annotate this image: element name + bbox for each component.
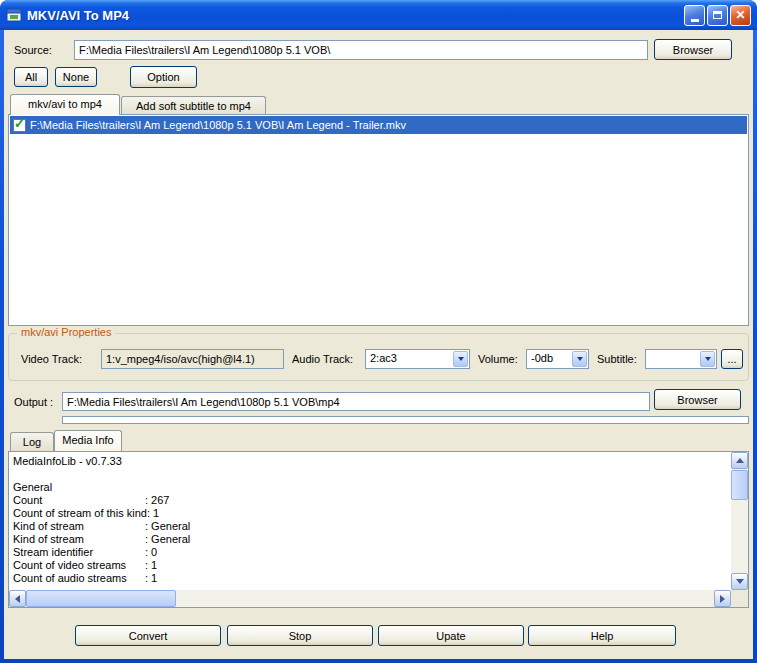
check-icon: ✓ [14, 117, 25, 130]
media-info-line [13, 468, 728, 481]
window-title: MKV/AVI To MP4 [27, 8, 682, 23]
media-info-line: Count of audio streams: 1 [13, 572, 728, 585]
chevron-down-icon [458, 357, 464, 361]
window-controls: ✕ [682, 5, 751, 26]
arrow-down-icon [736, 579, 744, 584]
minimize-button[interactable] [684, 5, 705, 26]
progress-bar [62, 416, 749, 424]
output-input[interactable] [62, 392, 650, 411]
minimize-icon [691, 19, 699, 22]
maximize-icon [713, 11, 722, 19]
output-browse-button[interactable]: Browser [654, 389, 741, 410]
scroll-up-button[interactable] [731, 452, 748, 469]
source-label: Source: [14, 44, 52, 56]
properties-group: mkv/avi Properties Video Track: Audio Tr… [8, 333, 749, 381]
option-button[interactable]: Option [130, 66, 197, 88]
subtitle-dropdown-button[interactable] [700, 351, 715, 367]
media-info-textbox[interactable]: MediaInfoLib - v0.7.33 General Count: 26… [8, 451, 749, 608]
file-list-item[interactable]: ✓ F:\Media Files\trailers\I Am Legend\10… [10, 116, 747, 134]
app-window: MKV/AVI To MP4 ✕ Source: Browser All Non… [0, 0, 757, 663]
scroll-right-button[interactable] [714, 590, 731, 607]
volume-label: Volume: [478, 353, 518, 365]
tab-add-soft-subtitle[interactable]: Add soft subtitle to mp4 [121, 96, 266, 115]
select-none-button[interactable]: None [55, 67, 97, 87]
scroll-down-button[interactable] [731, 573, 748, 590]
media-info-line: Count of stream of this kind: 1 [13, 507, 728, 520]
convert-button[interactable]: Convert [75, 625, 221, 646]
audio-track-label: Audio Track: [292, 353, 353, 365]
scroll-left-button[interactable] [9, 590, 26, 607]
media-info-line: Kind of stream: General [13, 520, 728, 533]
subtitle-select[interactable] [645, 349, 717, 369]
media-info-line: Count of video streams: 1 [13, 559, 728, 572]
close-button[interactable]: ✕ [730, 5, 751, 26]
media-info-line: Stream identifier: 0 [13, 546, 728, 559]
media-info-line: General [13, 481, 728, 494]
video-track-label: Video Track: [21, 353, 82, 365]
output-label: Output : [14, 396, 53, 408]
media-info-content: MediaInfoLib - v0.7.33 General Count: 26… [13, 455, 728, 587]
media-info-line: Kind of stream: General [13, 533, 728, 546]
horizontal-scroll-thumb[interactable] [26, 590, 176, 607]
volume-dropdown-button[interactable] [572, 351, 587, 367]
audio-track-dropdown-button[interactable] [453, 351, 468, 367]
scrollbar-corner [731, 590, 748, 607]
stop-button[interactable]: Stop [227, 625, 373, 646]
titlebar[interactable]: MKV/AVI To MP4 ✕ [0, 0, 757, 30]
vertical-scrollbar[interactable] [731, 452, 748, 590]
arrow-up-icon [736, 458, 744, 463]
chevron-down-icon [705, 357, 711, 361]
close-icon: ✕ [735, 9, 745, 21]
media-info-line: Count: 267 [13, 494, 728, 507]
subtitle-label: Subtitle: [597, 353, 637, 365]
file-checkbox[interactable]: ✓ [13, 119, 26, 132]
tab-media-info[interactable]: Media Info [54, 430, 122, 451]
source-input[interactable] [74, 40, 648, 60]
arrow-left-icon [15, 595, 20, 603]
volume-select[interactable]: -0db [526, 349, 589, 369]
media-info-line: MediaInfoLib - v0.7.33 [13, 455, 728, 468]
properties-group-title: mkv/avi Properties [17, 326, 115, 338]
help-button[interactable]: Help [528, 625, 676, 646]
vertical-scroll-thumb[interactable] [731, 470, 748, 500]
file-list[interactable]: ✓ F:\Media Files\trailers\I Am Legend\10… [8, 114, 749, 326]
maximize-button[interactable] [707, 5, 728, 26]
video-track-input [101, 349, 284, 369]
select-all-button[interactable]: All [14, 67, 48, 87]
arrow-right-icon [720, 595, 725, 603]
tab-log[interactable]: Log [10, 432, 54, 451]
app-icon[interactable] [6, 7, 22, 23]
horizontal-scrollbar[interactable] [9, 590, 731, 607]
chevron-down-icon [577, 357, 583, 361]
audio-track-select[interactable]: 2:ac3 [365, 349, 470, 369]
volume-value: -0db [531, 352, 570, 364]
tab-mkv-avi-to-mp4[interactable]: mkv/avi to mp4 [10, 94, 120, 115]
subtitle-more-button[interactable]: ... [721, 349, 743, 369]
audio-track-value: 2:ac3 [370, 352, 451, 364]
client-area: Source: Browser All None Option mkv/avi … [4, 30, 753, 659]
source-browse-button[interactable]: Browser [654, 39, 732, 60]
update-button[interactable]: Upate [378, 625, 524, 646]
file-path: F:\Media Files\trailers\I Am Legend\1080… [30, 119, 406, 131]
